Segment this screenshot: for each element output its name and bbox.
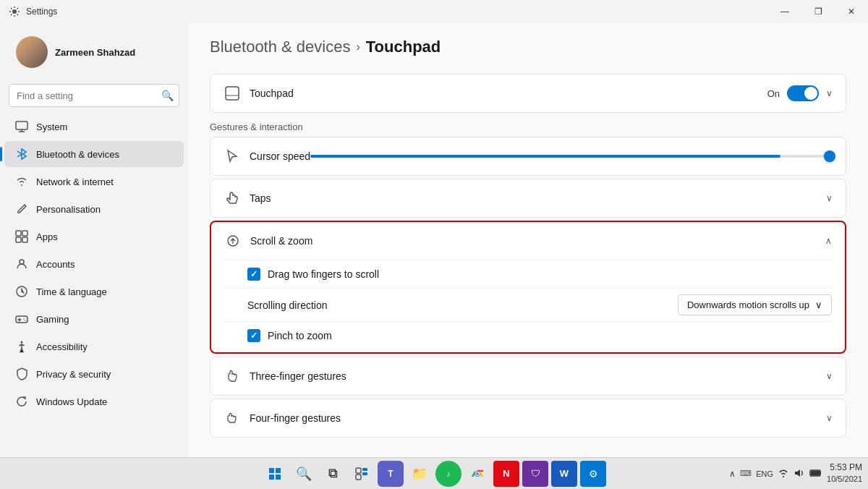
taps-card: Taps ∨ [210, 179, 846, 218]
bluetooth-icon [14, 147, 29, 161]
sidebar-item-accessibility-label: Accessibility [36, 341, 88, 352]
touchpad-toggle-label: On [767, 88, 780, 99]
touchpad-toggle[interactable] [787, 85, 819, 101]
taskbar-widgets[interactable] [349, 461, 375, 487]
slider-container [310, 155, 833, 158]
four-finger-title: Four-finger gestures [250, 412, 341, 424]
four-finger-chevron: ∨ [826, 413, 833, 423]
cursor-icon [224, 148, 241, 165]
taskbar-start[interactable] [262, 461, 288, 487]
time-block[interactable]: 5:53 PM 10/5/2021 [827, 462, 862, 485]
personalisation-icon [14, 202, 29, 216]
sidebar-item-bluetooth[interactable]: Bluetooth & devices [4, 141, 184, 167]
scroll-zoom-icon [224, 232, 242, 250]
touchpad-title: Touchpad [250, 88, 294, 99]
title-bar-left: Settings [9, 6, 57, 17]
taskbar-chrome[interactable] [464, 461, 490, 487]
sidebar-item-accessibility[interactable]: Accessibility [4, 333, 184, 360]
sidebar-item-network[interactable]: Network & internet [4, 169, 184, 195]
sidebar-item-system[interactable]: System [4, 114, 184, 140]
sidebar-item-personalisation[interactable]: Personalisation [4, 196, 184, 222]
breadcrumb-parent[interactable]: Bluetooth & devices [210, 38, 350, 56]
touchpad-card-header[interactable]: Touchpad On ∨ [210, 75, 846, 112]
minimize-button[interactable]: — [768, 0, 801, 23]
sidebar-item-time[interactable]: Time & language [4, 278, 184, 305]
taskbar-word[interactable]: W [551, 461, 577, 487]
taskbar-center: 🔍 ⧉ T 📁 ♪ N 🛡 W ⚙ [262, 461, 606, 487]
four-finger-header[interactable]: Four-finger gestures ∨ [210, 399, 846, 437]
scroll-zoom-header[interactable]: Scroll & zoom ∧ [211, 222, 845, 260]
taskbar-chevron-up[interactable]: ∧ [729, 469, 736, 479]
sidebar: Zarmeen Shahzad 🔍 System Bluetooth & dev… [0, 23, 188, 457]
sidebar-item-accounts[interactable]: Accounts [4, 251, 184, 277]
sidebar-item-privacy-label: Privacy & security [36, 369, 111, 380]
breadcrumb-current: Touchpad [366, 38, 441, 56]
svg-rect-19 [362, 472, 367, 475]
slider-thumb [824, 150, 835, 162]
toggle-thumb [804, 87, 817, 100]
accessibility-icon [14, 339, 29, 354]
system-icon [14, 119, 29, 134]
scrolling-direction-row: Scrolling direction Downwards motion scr… [211, 289, 845, 321]
title-bar: Settings — ❐ ✕ [0, 0, 868, 23]
user-profile[interactable]: Zarmeen Shahzad [6, 27, 182, 77]
taps-icon [224, 190, 241, 207]
three-finger-header[interactable]: Three-finger gestures ∨ [210, 357, 846, 395]
sidebar-item-bluetooth-label: Bluetooth & devices [36, 149, 119, 160]
sidebar-item-network-label: Network & internet [36, 177, 114, 187]
taskbar-spotify[interactable]: ♪ [435, 461, 461, 487]
touchpad-card-left: Touchpad [224, 85, 294, 102]
accounts-icon [14, 257, 29, 271]
volume-icon[interactable] [793, 467, 805, 480]
search-input[interactable] [9, 84, 179, 107]
taskbar-settings[interactable]: ⚙ [580, 461, 606, 487]
search-box: 🔍 [9, 84, 179, 107]
dropdown-chevron: ∨ [815, 299, 822, 310]
privacy-icon [14, 367, 29, 381]
sidebar-item-privacy[interactable]: Privacy & security [4, 361, 184, 387]
battery-icon [809, 467, 822, 480]
sidebar-item-gaming[interactable]: Gaming [4, 306, 184, 332]
language-indicator[interactable]: ENG [756, 469, 773, 478]
search-icon: 🔍 [161, 90, 174, 101]
taskbar-taskview[interactable]: ⧉ [320, 461, 346, 487]
cursor-speed-slider[interactable] [310, 155, 833, 158]
scrolling-direction-dropdown[interactable]: Downwards motion scrolls up ∨ [678, 294, 832, 315]
taskbar-right: ∧ ⌨ ENG 5:53 PM 10/5/2021 [729, 462, 862, 485]
taskbar-netflix[interactable]: N [493, 461, 519, 487]
checkbox-check-2: ✓ [250, 331, 258, 341]
close-button[interactable]: ✕ [835, 0, 868, 23]
cursor-speed-card: Cursor speed [210, 137, 846, 176]
taps-header[interactable]: Taps ∨ [210, 179, 846, 217]
taskbar-teams[interactable]: T [378, 461, 404, 487]
taskbar-date: 10/5/2021 [827, 474, 862, 485]
touchpad-card: Touchpad On ∨ [210, 74, 846, 113]
taskbar-vpn[interactable]: 🛡 [522, 461, 548, 487]
svg-rect-16 [276, 475, 281, 480]
taskbar-explorer[interactable]: 📁 [407, 461, 433, 487]
time-icon [14, 284, 29, 299]
touchpad-chevron: ∨ [826, 88, 833, 98]
app-body: Zarmeen Shahzad 🔍 System Bluetooth & dev… [0, 23, 868, 457]
sidebar-item-system-label: System [36, 122, 67, 132]
sidebar-item-apps[interactable]: Apps [4, 224, 184, 250]
cursor-speed-left: Cursor speed [224, 148, 310, 165]
title-bar-controls: — ❐ ✕ [768, 0, 868, 23]
settings-app-icon [9, 6, 20, 17]
maximize-button[interactable]: ❐ [801, 0, 835, 23]
sidebar-item-update[interactable]: Windows Update [4, 388, 184, 414]
cursor-speed-header[interactable]: Cursor speed [210, 137, 846, 175]
slider-fill [310, 155, 780, 158]
pinch-zoom-checkbox[interactable]: ✓ [247, 329, 260, 342]
drag-scroll-checkbox[interactable]: ✓ [247, 268, 260, 281]
svg-rect-3 [22, 231, 27, 236]
scrolling-direction-value: Downwards motion scrolls up [687, 299, 809, 310]
checkbox-check-1: ✓ [250, 269, 258, 279]
title-bar-text: Settings [26, 7, 57, 17]
breadcrumb-separator: › [356, 41, 359, 54]
scroll-zoom-body: ✓ Drag two fingers to scroll Scrolling d… [211, 260, 845, 352]
svg-rect-13 [269, 468, 274, 473]
sys-tray: ⌨ ENG [740, 467, 822, 480]
three-finger-title: Three-finger gestures [250, 370, 346, 382]
taskbar-search[interactable]: 🔍 [291, 461, 317, 487]
